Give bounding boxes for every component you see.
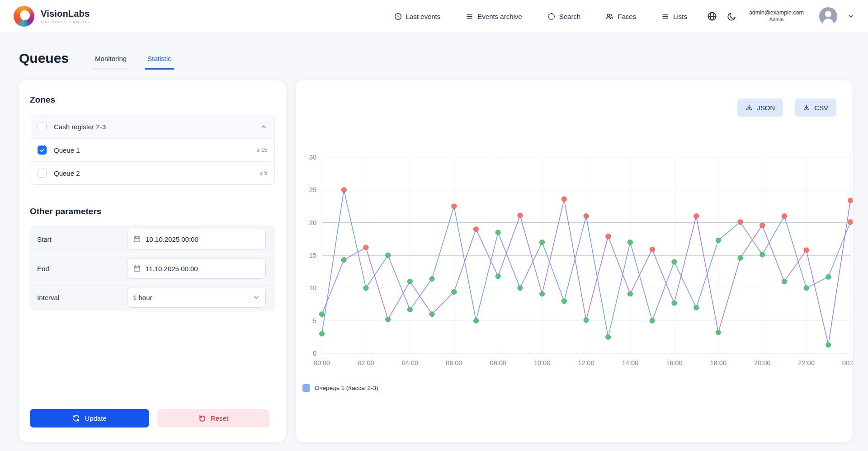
start-label: Start [37,235,52,243]
brand-name: VisionLabs [41,9,92,19]
svg-text:10: 10 [309,284,316,291]
svg-text:10:00: 10:00 [534,359,550,366]
list-icon [661,13,669,20]
zone-row-queue-1[interactable]: Queue 1 ≥ 15 [30,138,274,161]
nav-label: Lists [673,13,687,20]
queue-2-label: Queue 2 [54,169,80,177]
svg-text:12:00: 12:00 [578,359,594,366]
zone-group-label: Cash register 2-3 [54,123,106,131]
divider [249,291,249,304]
update-button-label: Update [85,414,106,422]
nav-item-last-events[interactable]: Last events [394,13,441,20]
globe-icon[interactable] [707,11,717,21]
nav-label: Faces [618,13,636,20]
svg-text:06:00: 06:00 [446,359,462,366]
param-row-start: Start 10.10.2025 00:00 [30,225,275,254]
tabs: Monitoring Statistic [92,55,174,70]
zone-group-row[interactable]: Cash register 2-3 [30,115,274,138]
tab-monitoring[interactable]: Monitoring [92,55,129,70]
param-row-interval: Interval 1 hour [30,282,275,311]
page-title: Queues [19,51,69,70]
chevron-down-icon[interactable] [847,13,854,20]
update-button[interactable]: Update [30,409,149,428]
legend-label: Очередь 1 (Кассы 2-3) [315,385,378,391]
svg-text:22:00: 22:00 [798,359,814,366]
export-json-label: JSON [757,104,775,112]
queue-1-threshold: ≥ 15 [257,147,267,153]
moon-icon[interactable] [727,12,736,21]
scan-icon [547,13,555,20]
user-role: Admin [749,17,804,23]
nav-item-events-archive[interactable]: Events archive [466,13,522,20]
svg-text:14:00: 14:00 [622,359,638,366]
zones-list: Cash register 2-3 Queue 1 ≥ 15 Queue 2 ≥… [30,115,275,185]
statistics-chart-panel: JSON CSV 05101520253000:0002:0004:0006:0… [296,80,853,442]
chevron-down-icon [253,294,260,301]
svg-text:15: 15 [309,252,316,259]
queue-1-label: Queue 1 [54,146,80,154]
tab-statistic[interactable]: Statistic [145,55,174,70]
zones-title: Zones [30,94,275,106]
start-date-input[interactable]: 10.10.2025 00:00 [127,229,266,249]
brand-tagline: MACHINES CAN SEE [41,20,92,24]
filters-panel: Zones Cash register 2-3 Queue 1 ≥ 15 Que… [19,80,286,442]
param-row-end: End 11.10.2025 00:00 [30,254,275,282]
parameters-table: Start 10.10.2025 00:00 End 11.10.2025 00… [30,225,275,311]
other-parameters-title: Other parameters [30,206,275,217]
interval-value: 1 hour [133,294,152,301]
legend-swatch [302,384,310,392]
chevron-up-icon[interactable] [260,123,267,130]
export-csv-button[interactable]: CSV [795,99,836,117]
svg-text:0: 0 [313,350,316,357]
reset-button-label: Reset [211,414,228,422]
svg-text:04:00: 04:00 [402,359,418,366]
interval-select[interactable]: 1 hour [127,287,266,308]
svg-text:25: 25 [309,186,316,193]
interval-label: Interval [37,294,59,301]
app-header: VisionLabs MACHINES CAN SEE Last events … [0,0,868,33]
svg-text:30: 30 [309,154,316,161]
export-json-button[interactable]: JSON [737,99,783,117]
brand[interactable]: VisionLabs MACHINES CAN SEE [14,6,92,27]
svg-text:16:00: 16:00 [666,359,682,366]
svg-text:5: 5 [313,317,316,324]
svg-text:20: 20 [309,219,316,226]
calendar-icon [133,264,141,272]
start-date-value: 10.10.2025 00:00 [146,235,198,243]
svg-text:18:00: 18:00 [710,359,726,366]
nav-item-lists[interactable]: Lists [661,13,687,20]
avatar[interactable] [819,7,837,25]
user-email: admin@example.com [749,9,804,17]
svg-text:08:00: 08:00 [490,359,506,366]
zone-row-queue-2[interactable]: Queue 2 ≥ 5 [30,161,274,184]
reset-button[interactable]: Reset [157,409,269,428]
nav-label: Events archive [477,13,522,20]
queue-1-checkbox[interactable] [38,146,47,155]
list-icon [466,13,473,20]
chart-legend: Очередь 1 (Кассы 2-3) [302,384,378,392]
nav-label: Last events [406,13,441,20]
main-nav: Last events Events archive Search Faces … [394,13,687,20]
export-csv-label: CSV [814,104,828,112]
svg-text:00:00: 00:00 [314,359,330,366]
queue-2-threshold: ≥ 5 [259,170,267,176]
nav-label: Search [559,13,581,20]
visionlabs-logo-icon [14,6,34,27]
end-date-value: 11.10.2025 00:00 [146,265,198,272]
people-icon [606,13,613,20]
svg-text:00:00: 00:00 [842,359,853,366]
svg-text:02:00: 02:00 [358,359,374,366]
queue-line-chart[interactable]: 05101520253000:0002:0004:0006:0008:0010:… [296,139,853,370]
nav-item-search[interactable]: Search [547,13,581,20]
user-info[interactable]: admin@example.com Admin [749,9,804,23]
clock-icon [394,13,402,20]
end-date-input[interactable]: 11.10.2025 00:00 [127,258,266,279]
zone-group-checkbox[interactable] [38,122,47,131]
end-label: End [37,265,49,272]
queue-2-checkbox[interactable] [38,169,47,178]
nav-item-faces[interactable]: Faces [606,13,636,20]
svg-text:20:00: 20:00 [754,359,770,366]
calendar-icon [133,235,141,243]
